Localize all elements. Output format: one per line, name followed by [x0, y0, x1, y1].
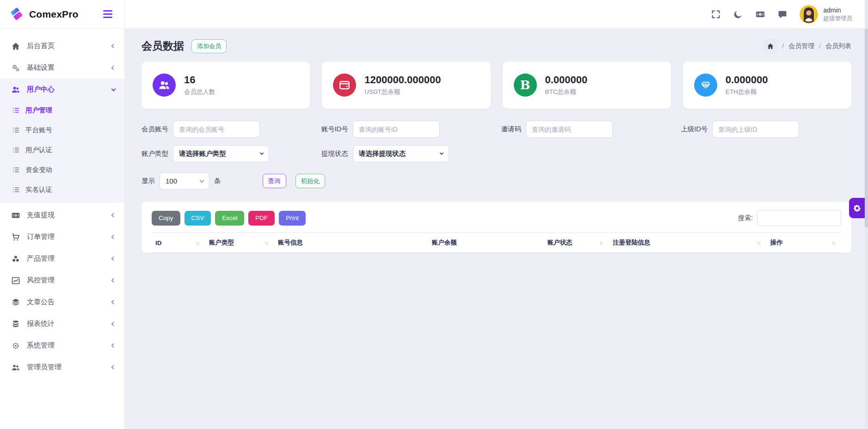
- sidebar-item-文章公告[interactable]: 文章公告: [0, 291, 124, 313]
- sidebar-item-label: 充值提现: [27, 211, 112, 220]
- column-header-账号信息: 账号信息: [274, 233, 428, 253]
- search-input[interactable]: [757, 210, 841, 226]
- column-header-inner[interactable]: 账户状态↑↓: [548, 239, 605, 247]
- stat-value: 0.000000: [726, 74, 768, 86]
- export-button-excel[interactable]: Excel: [215, 211, 244, 226]
- messages-chat-icon[interactable]: [777, 9, 788, 19]
- chevron-down-icon: [111, 86, 116, 91]
- export-button-csv[interactable]: CSV: [185, 211, 211, 226]
- add-member-button[interactable]: 添加会员: [191, 39, 227, 53]
- floating-settings-gear-icon[interactable]: [849, 198, 865, 218]
- sidebar-subitem-资金变动[interactable]: 资金变动: [0, 160, 124, 180]
- wallet-money-icon[interactable]: [755, 9, 765, 19]
- chevron-left-icon: [111, 322, 116, 326]
- page-size-select[interactable]: 100: [160, 172, 209, 190]
- sidebar-item-订单管理[interactable]: 订单管理: [0, 226, 124, 248]
- reset-button[interactable]: 初始化: [295, 174, 326, 188]
- sidebar-subitem-用户认证[interactable]: 用户认证: [0, 140, 124, 160]
- sidebar-item-label: 管理员管理: [27, 363, 112, 372]
- chevron-left-icon: [111, 257, 116, 261]
- stat-label: BTC总余额: [545, 88, 588, 96]
- page-size-row: 显示 100 条 查询 初始化: [142, 172, 851, 190]
- sort-arrows-icon[interactable]: ↑↓: [196, 240, 199, 245]
- sidebar-group-充值提现: 充值提现: [0, 204, 124, 226]
- brand-logo-icon: [9, 6, 25, 22]
- column-header-ID: ID↑↓: [152, 233, 205, 253]
- column-header-账户类型: 账户类型↑↓: [205, 233, 274, 253]
- breadcrumb-home-icon[interactable]: [763, 39, 777, 53]
- layers-icon: [11, 298, 20, 307]
- sidebar-subitem-平台账号[interactable]: 平台账号: [0, 120, 124, 140]
- hamburger-menu-icon[interactable]: [101, 8, 114, 20]
- sidebar-subitem-实名认证[interactable]: 实名认证: [0, 180, 124, 200]
- user-menu[interactable]: admin 超级管理员: [800, 5, 853, 24]
- query-button[interactable]: 查询: [263, 174, 286, 188]
- chevron-left-icon: [111, 213, 116, 218]
- members-icon: [153, 74, 176, 97]
- sidebar-item-基础设置[interactable]: 基础设置: [0, 57, 124, 79]
- eth-icon: [694, 74, 717, 97]
- table-header-row: ID↑↓账户类型↑↓账号信息账户余额账户状态↑↓注册登陆信息↑↓操作↑↓: [152, 233, 841, 253]
- filter-input-账号ID号[interactable]: [353, 121, 440, 138]
- filter-input-会员账号[interactable]: [173, 121, 260, 138]
- column-header-inner[interactable]: 注册登陆信息↑↓: [613, 239, 763, 247]
- stat-value: 0.000000: [545, 74, 588, 86]
- sidebar-item-用户中心[interactable]: 用户中心: [0, 79, 124, 100]
- column-label: ID: [155, 239, 162, 246]
- sidebar-group-基础设置: 基础设置: [0, 57, 124, 79]
- sidebar-item-充值提现[interactable]: 充值提现: [0, 204, 124, 226]
- breadcrumb-separator: /: [782, 43, 784, 50]
- sort-arrows-icon[interactable]: ↑↓: [757, 240, 760, 245]
- export-buttons: CopyCSVExcelPDFPrint: [152, 211, 310, 226]
- sidebar-item-系统管理[interactable]: 系统管理: [0, 335, 124, 356]
- content-column: admin 超级管理员 会员数据 添加会员 / 会员管理 / 会员列表: [125, 0, 868, 429]
- page-title: 会员数据: [142, 39, 184, 53]
- chart-icon: [11, 276, 20, 285]
- column-header-inner[interactable]: 操作↑↓: [770, 239, 837, 247]
- chevron-left-icon: [111, 343, 116, 348]
- column-label: 账号信息: [278, 239, 303, 247]
- column-header-inner[interactable]: ID↑↓: [155, 239, 202, 246]
- coins-icon: [11, 319, 20, 329]
- filter-group-账户类型: 账户类型请选择账户类型: [142, 145, 312, 162]
- sidebar-item-产品管理[interactable]: 产品管理: [0, 248, 124, 270]
- filter-select-提现状态[interactable]: 请选择提现状态: [353, 145, 449, 162]
- list-icon: [12, 126, 20, 134]
- sidebar-item-风控管理[interactable]: 风控管理: [0, 270, 124, 291]
- sidebar-group-产品管理: 产品管理: [0, 248, 124, 270]
- filter-label: 账号ID号: [321, 125, 348, 134]
- sidebar-item-管理员管理[interactable]: 管理员管理: [0, 356, 124, 378]
- filter-select-账户类型[interactable]: 请选择账户类型: [173, 145, 269, 162]
- filter-input-邀请码[interactable]: [526, 121, 613, 138]
- export-button-pdf[interactable]: PDF: [248, 211, 275, 226]
- scrollbar-thumb[interactable]: [865, 29, 868, 227]
- list-icon: [12, 186, 20, 194]
- chevron-down-icon: [200, 178, 204, 183]
- show-unit: 条: [214, 177, 221, 185]
- topbar: admin 超级管理员: [125, 0, 868, 29]
- sidebar-subitem-用户管理[interactable]: 用户管理: [0, 100, 124, 120]
- filter-input-上级ID号[interactable]: [712, 121, 799, 138]
- list-icon: [12, 166, 20, 174]
- sidebar-item-后台首页[interactable]: 后台首页: [0, 35, 124, 57]
- sidebar-item-报表统计[interactable]: 报表统计: [0, 313, 124, 335]
- dark-mode-moon-icon[interactable]: [733, 9, 743, 19]
- sort-arrows-icon[interactable]: ↑↓: [831, 240, 835, 245]
- chevron-left-icon: [111, 235, 116, 239]
- page-scrollbar[interactable]: [865, 0, 868, 429]
- export-button-print[interactable]: Print: [279, 211, 306, 226]
- sidebar-item-label: 订单管理: [27, 233, 112, 241]
- breadcrumb-member-management[interactable]: 会员管理: [788, 42, 814, 50]
- fullscreen-icon[interactable]: [711, 9, 721, 19]
- filter-label: 邀请码: [501, 125, 522, 134]
- stat-value: 16: [184, 74, 215, 86]
- column-header-inner[interactable]: 账户类型↑↓: [209, 239, 271, 247]
- stat-label: 会员总人数: [184, 88, 215, 96]
- sort-arrows-icon[interactable]: ↑↓: [599, 240, 603, 245]
- sort-arrows-icon[interactable]: ↑↓: [265, 240, 268, 245]
- breadcrumb: / 会员管理 / 会员列表: [763, 39, 851, 53]
- sidebar-group-后台首页: 后台首页: [0, 35, 124, 57]
- members-table-card: CopyCSVExcelPDFPrint 搜索: ID↑↓账户类型↑↓账号信息账…: [142, 202, 851, 253]
- export-button-copy[interactable]: Copy: [152, 211, 180, 226]
- brand-logo[interactable]: ComexPro: [9, 6, 79, 22]
